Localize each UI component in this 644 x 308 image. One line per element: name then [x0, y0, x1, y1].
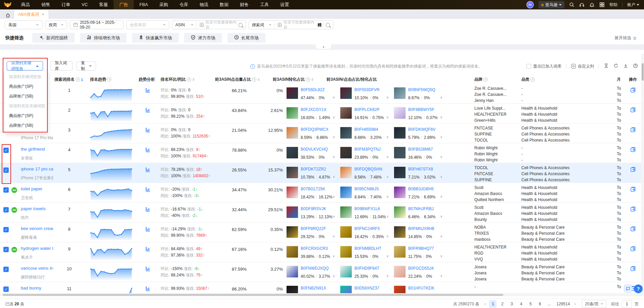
app-logo-icon[interactable] [0, 2, 15, 8]
collapse-panel-handle[interactable]: ▲ [316, 44, 331, 49]
trend-analysis-icon[interactable] [145, 187, 151, 193]
question-icon[interactable] [633, 63, 638, 69]
chevron-down-icon[interactable]: ∨ [386, 195, 389, 198]
vertical-scrollbar[interactable] [641, 54, 644, 293]
chevron-down-icon[interactable]: ∨ [333, 274, 335, 278]
asin-link[interactable]: B0FMNJX9HB [408, 226, 434, 231]
keyword-link[interactable]: bee venom crean [21, 226, 53, 231]
asin-link[interactable]: B01HFUTKDK [408, 286, 434, 291]
chevron-down-icon[interactable]: ∨ [440, 215, 442, 218]
close-icon[interactable]: × [42, 12, 44, 17]
custom-columns-button[interactable]: 自定义列 [571, 64, 594, 69]
quick-filter-4[interactable]: 潜力市场 [184, 33, 222, 43]
next-page-button[interactable]: › [574, 302, 576, 306]
asin-link[interactable]: B0FNBZN91X [301, 286, 326, 291]
quick-filter-3[interactable]: 快速飙升市场 [132, 33, 179, 43]
chevron-down-icon[interactable]: ∨ [440, 195, 442, 198]
search-icon[interactable] [239, 23, 243, 27]
search-icon[interactable] [326, 23, 330, 27]
add-to-library-icon[interactable] [630, 127, 636, 133]
help-link[interactable]: 帮助 [609, 2, 617, 8]
page-button-2[interactable]: 2 [499, 300, 506, 308]
show-added-checkbox[interactable]: 显示已加入词库 [526, 64, 561, 69]
question-icon[interactable]: ? [306, 77, 310, 82]
keyword-link[interactable]: iphone 17 pro ca [21, 166, 53, 171]
asin-link[interactable]: B095CN96JS [354, 187, 379, 191]
nav-item-广告[interactable]: 广告 [114, 0, 134, 9]
term-type-select[interactable]: 搜索词 [249, 22, 274, 28]
menu-item-3[interactable]: 品牌推广(SB) [5, 91, 48, 101]
nav-item-客服[interactable]: 客服 [93, 0, 114, 9]
asin-type-select[interactable]: ASIN [172, 23, 197, 27]
trend-analysis-icon[interactable] [145, 127, 151, 133]
add-to-library-icon[interactable] [630, 206, 636, 213]
page-button-5[interactable]: 5 [527, 300, 534, 308]
asin-link[interactable]: B07BGLT25K [301, 187, 325, 191]
trend-analysis-icon[interactable] [145, 107, 151, 114]
bell-icon[interactable] [589, 2, 595, 7]
page-button-129514[interactable]: 129514 [555, 300, 571, 308]
question-icon[interactable]: ? [187, 77, 191, 82]
question-icon[interactable]: ? [530, 77, 535, 82]
page-button-4[interactable]: 4 [517, 300, 525, 308]
exact-match-toggle[interactable]: 精 [317, 22, 321, 28]
row-checkbox[interactable]: ✓ [3, 227, 9, 232]
menu-item-6[interactable]: 品牌推广(SB) [5, 121, 48, 130]
asin-link[interactable]: B0FHD9F64T [354, 266, 379, 271]
nav-item-订单[interactable]: 订单 [56, 0, 76, 9]
scrollbar-thumb[interactable] [3, 294, 503, 296]
row-checkbox[interactable]: ✓ [3, 167, 9, 173]
chevron-down-icon[interactable]: ∨ [386, 234, 389, 238]
asin-link[interactable]: B0FJXCGY1X [301, 107, 327, 112]
asin-link[interactable]: B0FPLCK62P [354, 107, 380, 112]
add-keyword-campaign-button[interactable]: 添加到关键词投放 [7, 61, 43, 71]
sort-icon[interactable] [192, 78, 195, 81]
chevron-down-icon[interactable]: ∨ [386, 215, 389, 218]
tab-aba-search-terms[interactable]: ABA搜索词 × [14, 10, 48, 19]
sort-icon[interactable] [311, 78, 313, 81]
category-select[interactable]: 全部类目 [126, 21, 169, 29]
headset-icon[interactable] [579, 2, 585, 7]
sort-icon[interactable] [258, 78, 260, 81]
keyword-link[interactable]: varicose veins tre [21, 266, 53, 271]
asin-search-input[interactable]: 双击可批量搜索内容 [197, 20, 246, 30]
add-to-lexicon-button[interactable]: 加入词库 [50, 61, 73, 71]
add-to-library-icon[interactable] [630, 147, 636, 153]
nav-item-采购[interactable]: 采购 [154, 0, 174, 9]
chevron-down-icon[interactable]: ∨ [386, 175, 389, 179]
nav-item-销售[interactable]: 销售 [36, 0, 56, 9]
chevron-down-icon[interactable]: ∨ [440, 115, 442, 119]
asin-link[interactable]: B0FNWDJXQQ [301, 266, 329, 271]
keyword-link[interactable]: hydrogen water t [21, 246, 53, 251]
row-checkbox[interactable]: ✓ [3, 148, 9, 153]
trend-analysis-icon[interactable] [145, 87, 151, 94]
asin-link[interactable]: B0FH67STX8 [408, 167, 433, 171]
quick-filter-5[interactable]: 长尾市场 [227, 33, 265, 43]
download-icon[interactable] [623, 63, 628, 69]
quick-filter-2[interactable]: 持续增长市场 [80, 33, 127, 43]
page-button-1[interactable]: 1 [489, 300, 497, 308]
refresh-icon[interactable] [613, 63, 618, 69]
nav-item-商品[interactable]: 商品 [15, 0, 36, 9]
row-checkbox[interactable]: ✓ [3, 267, 9, 272]
asin-link[interactable]: B0FDKT2ZR2 [301, 167, 326, 171]
asin-link[interactable]: B0DF8RSVJK [301, 206, 326, 211]
page-button-3[interactable]: 3 [508, 300, 515, 308]
asin-link[interactable]: B07MHJFRBJ [408, 206, 434, 211]
expand-filters-button[interactable]: 展开筛选 [614, 35, 637, 41]
row-checkbox[interactable]: ✓ [3, 207, 9, 213]
chevron-down-icon[interactable]: ∨ [333, 234, 335, 238]
chevron-down-icon[interactable]: ∨ [440, 274, 442, 278]
menu-item-2[interactable]: 商品推广(SP) [5, 82, 48, 91]
trend-analysis-icon[interactable] [145, 246, 151, 253]
chevron-down-icon[interactable]: ∨ [333, 135, 335, 139]
asin-link[interactable]: B0FNC24RF5 [354, 226, 380, 231]
quick-filter-1[interactable]: 新词挖掘榜 [32, 33, 75, 43]
chevron-down-icon[interactable]: ∨ [333, 155, 335, 159]
asin-link[interactable]: B0FP8RQ22F [301, 226, 326, 231]
asin-link[interactable]: B0F553DFVR [354, 87, 380, 92]
apps-grid-icon[interactable] [599, 2, 605, 7]
asin-link[interactable]: B0FR9BHQ77 [408, 246, 434, 251]
asin-link[interactable]: B0FM3PQTNJ [354, 147, 381, 152]
add-to-library-icon[interactable] [630, 266, 636, 272]
